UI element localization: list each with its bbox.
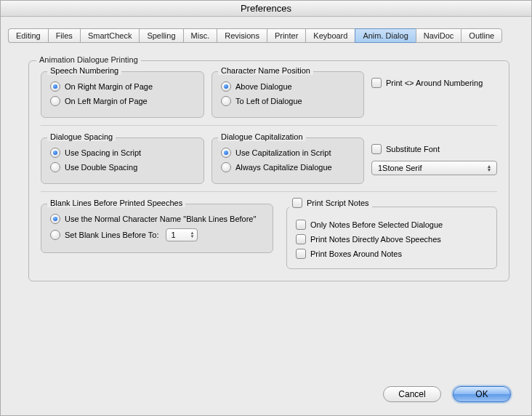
radio-icon <box>221 81 231 92</box>
cancel-button[interactable]: Cancel <box>383 386 441 402</box>
radio-icon <box>221 148 231 158</box>
radio-icon <box>50 148 60 158</box>
radio-left-margin[interactable]: On Left Margin of Page <box>50 94 195 108</box>
radio-cap-always[interactable]: Always Capitalize Dialogue <box>221 160 355 175</box>
dialogue-cap-legend: Dialogue Capitalization <box>218 132 306 141</box>
tab-files[interactable]: Files <box>48 28 80 43</box>
updown-arrows-icon: ▲▼ <box>188 231 196 239</box>
speech-numbering-fieldset: Speech Numbering On Right Margin of Page… <box>41 71 204 118</box>
checkbox-label: Print Script Notes <box>307 199 369 207</box>
tab-printer[interactable]: Printer <box>267 28 305 43</box>
dialogue-spacing-fieldset: Dialogue Spacing Use Spacing in Script U… <box>41 137 204 184</box>
check-substitute-font[interactable]: Substitute Font <box>371 142 497 156</box>
radio-label: On Right Margin of Page <box>65 82 153 91</box>
blank-lines-stepper[interactable]: 1 ▲▼ <box>166 228 198 241</box>
tab-outline[interactable]: Outline <box>461 28 502 43</box>
checkbox-icon <box>296 249 306 259</box>
radio-right-margin[interactable]: On Right Margin of Page <box>50 79 195 94</box>
checkbox-label: Print <> Around Numbering <box>386 79 483 87</box>
preferences-window: Preferences Editing Files SmartCheck Spe… <box>0 0 532 416</box>
window-title: Preferences <box>241 3 291 14</box>
stepper-value: 1 <box>171 231 175 239</box>
tab-keyboard[interactable]: Keyboard <box>305 28 355 43</box>
radio-icon <box>50 162 60 172</box>
radio-double-spacing[interactable]: Use Double Spacing <box>50 160 195 175</box>
check-print-around-numbering[interactable]: Print <> Around Numbering <box>371 76 497 90</box>
tab-misc[interactable]: Misc. <box>183 28 217 43</box>
checkbox-icon <box>371 144 382 154</box>
animation-dialogue-printing-group: Animation Dialogue Printing Speech Numbe… <box>28 60 509 281</box>
radio-label: Use Spacing in Script <box>65 148 141 157</box>
button-label: OK <box>475 389 488 399</box>
blank-lines-fieldset: Blank Lines Before Printed Speeches Use … <box>41 204 273 253</box>
char-name-pos-fieldset: Character Name Position Above Dialogue T… <box>211 71 364 118</box>
checkbox-icon <box>296 220 306 230</box>
blank-lines-legend: Blank Lines Before Printed Speeches <box>47 199 185 207</box>
radio-blank-normal[interactable]: Use the Normal Character Name "Blank Lin… <box>50 212 264 226</box>
radio-label: Always Capitalize Dialogue <box>235 163 332 172</box>
check-print-script-notes[interactable]: Print Script Notes <box>289 198 372 208</box>
radio-icon <box>50 96 60 106</box>
radio-label: On Left Margin of Page <box>65 97 148 105</box>
radio-icon <box>221 162 231 172</box>
content-pane: Animation Dialogue Printing Speech Numbe… <box>1 43 531 281</box>
check-notes-above-speeches[interactable]: Print Notes Directly Above Speeches <box>296 232 488 247</box>
updown-arrows-icon: ▲▼ <box>485 164 493 172</box>
ok-button[interactable]: OK <box>453 386 511 402</box>
select-value: 1Stone Serif <box>378 164 422 172</box>
radio-icon <box>221 96 231 106</box>
checkbox-label: Print Notes Directly Above Speeches <box>310 235 441 244</box>
radio-icon <box>50 214 60 224</box>
font-select[interactable]: 1Stone Serif ▲▼ <box>371 161 497 175</box>
dialog-footer: Cancel OK <box>383 386 511 402</box>
tab-revisions[interactable]: Revisions <box>217 28 267 43</box>
radio-label: Set Blank Lines Before To: <box>65 231 158 239</box>
radio-above-dialogue[interactable]: Above Dialogue <box>221 79 355 94</box>
tab-smartcheck[interactable]: SmartCheck <box>80 28 140 43</box>
tab-bar: Editing Files SmartCheck Spelling Misc. … <box>8 28 524 43</box>
window-titlebar: Preferences <box>1 1 531 17</box>
dialogue-spacing-legend: Dialogue Spacing <box>47 132 116 141</box>
radio-icon <box>50 230 60 240</box>
checkbox-icon <box>371 78 382 88</box>
dialogue-cap-fieldset: Dialogue Capitalization Use Capitalizati… <box>211 137 364 184</box>
tab-spelling[interactable]: Spelling <box>139 28 182 43</box>
tab-editing[interactable]: Editing <box>8 28 48 43</box>
check-boxes-around-notes[interactable]: Print Boxes Around Notes <box>296 247 488 261</box>
checkbox-icon <box>292 198 302 208</box>
radio-blank-set[interactable]: Set Blank Lines Before To: 1 ▲▼ <box>50 226 264 244</box>
group-title: Animation Dialogue Printing <box>36 55 141 64</box>
radio-label: Above Dialogue <box>235 82 292 91</box>
char-name-pos-legend: Character Name Position <box>218 66 313 75</box>
radio-label: Use Double Spacing <box>65 163 137 172</box>
radio-label: Use the Normal Character Name "Blank Lin… <box>65 215 256 223</box>
speech-numbering-legend: Speech Numbering <box>47 66 121 75</box>
radio-label: To Left of Dialogue <box>235 97 302 105</box>
radio-cap-script[interactable]: Use Capitalization in Script <box>221 145 355 160</box>
tab-navidoc[interactable]: NaviDoc <box>416 28 462 43</box>
checkbox-label: Print Boxes Around Notes <box>310 249 402 258</box>
radio-icon <box>50 81 60 92</box>
radio-left-of-dialogue[interactable]: To Left of Dialogue <box>221 94 355 108</box>
radio-spacing-script[interactable]: Use Spacing in Script <box>50 145 195 160</box>
check-only-notes-before[interactable]: Only Notes Before Selected Dialogue <box>296 217 488 232</box>
checkbox-label: Substitute Font <box>386 145 440 153</box>
checkbox-label: Only Notes Before Selected Dialogue <box>310 220 443 229</box>
radio-label: Use Capitalization in Script <box>235 148 331 157</box>
button-label: Cancel <box>398 389 425 399</box>
tab-anim-dialog[interactable]: Anim. Dialog <box>355 28 415 43</box>
checkbox-icon <box>296 234 306 244</box>
script-notes-fieldset: Print Script Notes Only Notes Before Sel… <box>286 204 497 269</box>
